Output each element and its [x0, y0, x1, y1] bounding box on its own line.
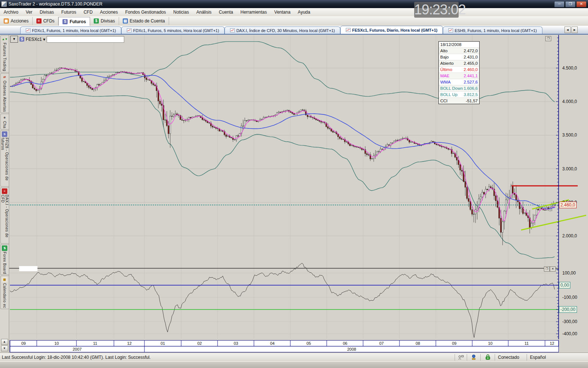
- sidebar-item-label: Cha: [3, 121, 7, 128]
- toolbar-label: CFDs: [43, 18, 55, 24]
- menu-cuenta[interactable]: Cuenta: [215, 8, 237, 16]
- info-value: 2.441,1: [464, 74, 478, 78]
- info-label: Alto: [440, 49, 448, 53]
- info-value: 1.606,6: [464, 86, 478, 91]
- info-box-date: 18/12/2008: [439, 42, 479, 47]
- sidebar-scroll-up-icon[interactable]: ▲: [1, 339, 8, 345]
- tab-scroll-arrows: ◄ ►: [564, 26, 578, 33]
- info-label: Último: [440, 67, 452, 72]
- sidebar-item-ffiz8-operaciones-de-futuros[interactable]: SFFIZ8 - Operaciones de futuros: [0, 130, 9, 187]
- menu-fondos-gestionados[interactable]: Fondos Gestionados: [122, 8, 170, 16]
- stocks-icon: ▦: [4, 18, 9, 24]
- info-label: MAE: [440, 74, 449, 78]
- toolbar-label: Estado de Cuenta: [130, 18, 165, 24]
- toolbar-divisas-button[interactable]: $Divisas: [90, 17, 119, 25]
- info-row-ultimo: Último2.460,0: [439, 66, 479, 72]
- sidebar-item-dax-i-operaciones-de-cfd[interactable]: ≡DAX.I - Operaciones de CFD: [0, 187, 9, 244]
- menu-bar: ArchivoVerDivisasFuturosCFDAccionesFondo…: [0, 8, 588, 17]
- forex-icon: $: [94, 18, 99, 24]
- tab-scroll-left-icon[interactable]: ◄: [564, 26, 571, 33]
- svg-text:09: 09: [452, 341, 456, 346]
- chart-tab-2[interactable]: DAX.I, Índice de CFD, 30 Minutos, Hora l…: [225, 26, 340, 34]
- svg-text:-300,00: -300,00: [562, 319, 577, 324]
- symbol-search-input[interactable]: [47, 36, 124, 43]
- menu-acciones[interactable]: Acciones: [96, 8, 122, 16]
- calendar-icon: ▦: [2, 277, 7, 282]
- toolbar-label: Acciones: [11, 18, 29, 24]
- app-icon: [1, 1, 7, 7]
- svg-text:07: 07: [379, 341, 384, 346]
- info-value: 2.472,0: [464, 49, 478, 53]
- info-value: 2.460,0: [464, 67, 478, 72]
- close-button[interactable]: ✕: [576, 1, 587, 7]
- info-label: Bajo: [440, 55, 449, 59]
- sidebar-scroll-down-icon[interactable]: ▼: [1, 346, 8, 351]
- toolbar-acciones-button[interactable]: ▦Acciones: [0, 17, 33, 25]
- clock-overlay: 19:23:02: [414, 2, 459, 18]
- time-x-axis: 0910111201020304050607080910111220072008: [10, 340, 559, 352]
- chat-icon: ☻: [2, 115, 7, 120]
- chart-tab-1[interactable]: FDXc1, Futuros, 5 minutos, Hora local (G…: [121, 26, 225, 34]
- menu-noticias[interactable]: Noticias: [170, 8, 193, 16]
- chart-thumbnail-icon: [230, 28, 235, 32]
- cci-restore-icon[interactable]: ❐: [544, 266, 550, 272]
- svg-text:08: 08: [416, 341, 420, 346]
- sidebar-item-calendario-ec[interactable]: ▦Calendario ec: [0, 276, 9, 309]
- info-value: 2.527,6: [464, 80, 478, 84]
- chart-thumbnail-icon: [448, 28, 453, 32]
- menu-herramientas[interactable]: Herramientas: [237, 8, 270, 16]
- menu-analisis[interactable]: Análisis: [193, 8, 215, 16]
- sidebar-item-forex-board[interactable]: ⇅Forex Board: [0, 244, 9, 275]
- chart-restore-icon[interactable]: ❐: [545, 36, 551, 41]
- svg-text:04: 04: [270, 341, 275, 346]
- sidebar-item-futures-trading[interactable]: ▲▼Futures Trading: [0, 35, 9, 72]
- price-chart-canvas[interactable]: 4.500,04.000,03.500,03.000,02.500,02.000…: [9, 35, 588, 353]
- chat-status-cell[interactable]: [455, 354, 467, 361]
- futures-icon: S: [62, 19, 68, 24]
- info-value: 3.812,5: [464, 92, 478, 97]
- info-row-abierto: Abierto2.455,0: [439, 60, 479, 66]
- svg-text:12: 12: [550, 341, 554, 346]
- sidebar-item-cha[interactable]: ☻Cha: [0, 114, 9, 130]
- restore-button[interactable]: ❐: [565, 1, 576, 7]
- chart-dropdown-button[interactable]: ▼: [10, 36, 18, 43]
- info-label: BOLL Up: [440, 92, 458, 97]
- account-status-icon: ▤: [123, 18, 128, 24]
- toolbar-label: Futuros: [69, 19, 86, 24]
- instrument-symbol[interactable]: FESXc1 ▾: [26, 37, 45, 42]
- toolbar-cfds-button[interactable]: ≡CFDs: [33, 17, 59, 25]
- toolbar-estado-de-cuenta-button[interactable]: ▤Estado de Cuenta: [119, 17, 169, 25]
- menu-archivo[interactable]: Archivo: [0, 8, 22, 16]
- menu-cfd[interactable]: CFD: [80, 8, 96, 16]
- menu-ver[interactable]: Ver: [22, 8, 36, 16]
- chart-tab-4[interactable]: ESH9, Futuros, 1 minuto, Hora local (GMT…: [443, 26, 542, 34]
- chart-tab-label: FDXc1, Futuros, 1 minuto, Hora local (GM…: [32, 28, 116, 33]
- connection-status: Conectado: [495, 354, 527, 361]
- cci-close-icon[interactable]: ✕: [550, 266, 556, 272]
- chart-tab-label: DAX.I, Índice de CFD, 30 Minutos, Hora l…: [236, 28, 335, 33]
- futures-ops-icon: S: [2, 131, 7, 137]
- menu-futuros[interactable]: Futuros: [58, 8, 80, 16]
- workspace: ▲▼Futures Trading⇄Órdenes Abiertas☻ChaSF…: [0, 35, 588, 353]
- chart-tab-0[interactable]: FDXc1, Futuros, 1 minuto, Hora local (GM…: [20, 26, 121, 34]
- forex-board-icon: ⇅: [2, 245, 7, 251]
- info-row-boll-down: BOLL Down1.606,6: [439, 85, 479, 91]
- lock-icon: [485, 354, 491, 360]
- language-selector[interactable]: Español: [527, 354, 588, 361]
- menu-divisas[interactable]: Divisas: [36, 8, 58, 16]
- menu-ventana[interactable]: Ventana: [270, 8, 294, 16]
- chart-tab-3[interactable]: FESXc1, Futuros, Diario, Hora local (GMT…: [340, 26, 443, 34]
- menu-ayuda[interactable]: Ayuda: [294, 8, 314, 16]
- minimize-button[interactable]: ─: [554, 1, 564, 7]
- sidebar-item-label: FFIZ8 - Operaciones de futuros: [1, 138, 9, 185]
- tab-scroll-right-icon[interactable]: ►: [571, 26, 578, 33]
- info-row-mae: MAE2.441,1: [439, 72, 479, 79]
- svg-text:3.500,0: 3.500,0: [562, 132, 577, 138]
- cci-minus200-marker: -200,00: [559, 306, 577, 313]
- info-label: WMA: [440, 80, 451, 84]
- svg-text:10: 10: [54, 341, 59, 346]
- info-value: -51,57: [466, 99, 478, 103]
- toolbar-futuros-button[interactable]: SFuturos: [58, 17, 90, 26]
- sidebar-item-ordenes-abiertas[interactable]: ⇄Órdenes Abiertas: [0, 73, 9, 113]
- sidebar-item-label: Calendario ec: [3, 283, 7, 308]
